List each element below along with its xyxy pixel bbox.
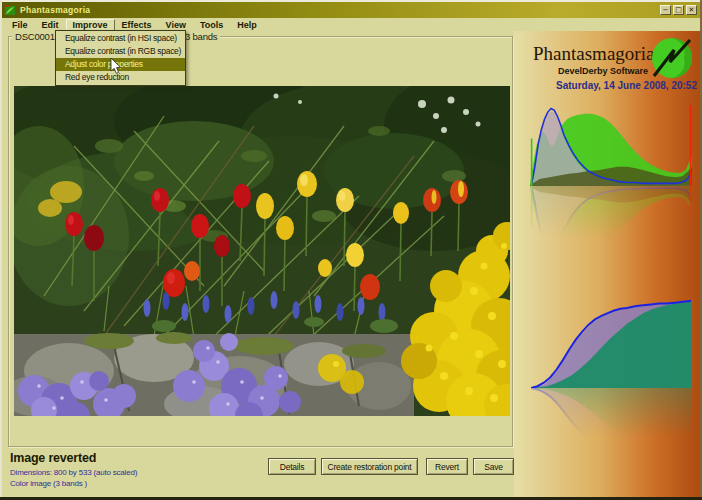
sidebar: Phantasmagoria DevelDerby Software Satur…: [514, 31, 702, 500]
create-restoration-point-button[interactable]: Create restoration point: [321, 458, 418, 475]
menu-tools[interactable]: Tools: [193, 19, 230, 31]
close-button[interactable]: ✕: [686, 5, 697, 15]
garden-photo: [14, 86, 510, 416]
menu-file[interactable]: File: [5, 19, 35, 31]
status-color-info: Color image (3 bands ): [10, 479, 87, 488]
window-edge-left: [0, 0, 2, 500]
revert-button[interactable]: Revert: [426, 458, 468, 475]
datetime-label: Saturday, 14 June 2008, 20:52: [556, 80, 697, 91]
histogram-chart: [530, 98, 692, 186]
menuitem-equalize-hsi[interactable]: Equalize contrast (in HSI space): [56, 32, 185, 45]
minimize-button[interactable]: −: [660, 5, 671, 15]
window-title: Phantasmagoria: [20, 5, 90, 15]
mouse-cursor-icon: [110, 58, 122, 75]
status-message: Image reverted: [10, 451, 96, 465]
cumulative-histogram-chart: [531, 300, 691, 388]
image-bands-label: 3 bands: [182, 31, 220, 43]
brand-logo-icon: [648, 34, 696, 82]
window-edge-top: [0, 0, 702, 2]
app-window: Phantasmagoria − □ ✕ File Edit Improve E…: [0, 0, 702, 500]
menuitem-equalize-rgb[interactable]: Equalize contrast (in RGB space): [56, 45, 185, 58]
status-dimensions: Dimensions: 800 by 533 (auto scaled): [10, 468, 137, 477]
image-canvas: [14, 86, 510, 416]
image-groupbox: DSC00019. 3 bands: [8, 36, 513, 447]
histogram-reflection: [530, 186, 692, 261]
cumulative-histogram-reflection: [531, 388, 691, 458]
brand-company: DevelDerby Software: [558, 66, 648, 76]
save-button[interactable]: Save: [473, 458, 514, 475]
brand-title: Phantasmagoria: [533, 43, 654, 65]
details-button[interactable]: Details: [268, 458, 316, 475]
maximize-button[interactable]: □: [673, 5, 684, 15]
menu-help[interactable]: Help: [230, 19, 264, 31]
app-icon: [5, 5, 16, 16]
window-titlebar[interactable]: Phantasmagoria − □ ✕: [2, 2, 700, 18]
